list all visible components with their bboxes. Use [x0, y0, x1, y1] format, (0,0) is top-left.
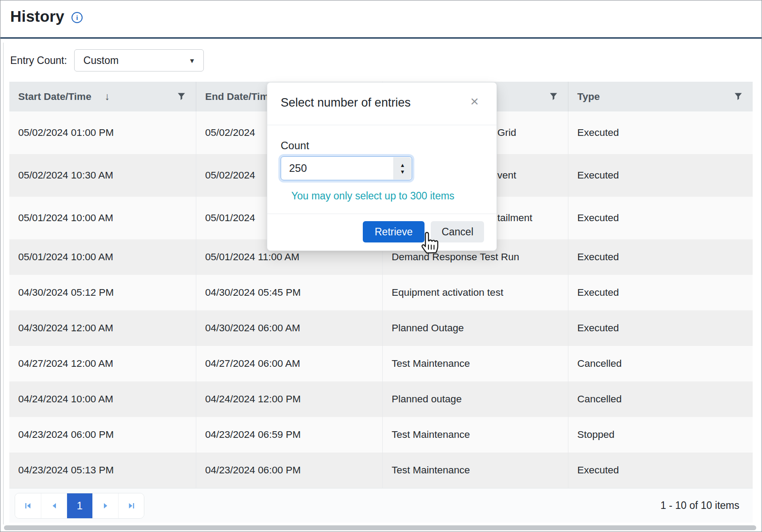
column-header-type[interactable]: Type — [568, 82, 753, 111]
table-footer: 1 1 - 10 of 10 items — [9, 488, 753, 523]
prev-page-button[interactable] — [41, 493, 67, 518]
title-divider — [0, 37, 762, 39]
cell-type: Stopped — [568, 417, 753, 453]
info-icon[interactable]: i — [71, 12, 83, 23]
cell-start-date: 05/01/2024 10:00 AM — [9, 239, 196, 275]
column-label: End Date/Time — [205, 91, 274, 103]
retrieve-button[interactable]: Retrieve — [363, 221, 425, 242]
filter-icon[interactable] — [550, 93, 557, 100]
cell-type: Executed — [568, 453, 753, 488]
cell-start-date: 05/02/2024 01:00 PM — [9, 111, 196, 154]
last-page-button[interactable] — [118, 493, 144, 518]
cell-name: Test Maintenance — [382, 453, 568, 488]
entry-count-dropdown[interactable]: Custom ▼ — [74, 49, 204, 71]
stepper-up-icon[interactable]: ▲ — [400, 163, 405, 168]
cell-name: Test Maintenance — [382, 417, 568, 453]
cell-type: Executed — [568, 111, 753, 154]
number-stepper[interactable]: ▲ ▼ — [393, 157, 411, 179]
select-entries-modal: Select number of entries × Count 250 ▲ ▼… — [267, 82, 497, 251]
table-row: 04/23/2024 06:00 PM 04/23/2024 06:59 PM … — [9, 417, 753, 453]
max-items-helper-text: You may only select up to 300 items — [291, 190, 483, 202]
close-icon[interactable]: × — [470, 94, 479, 108]
table-row: 04/30/2024 05:12 PM 04/30/2024 05:45 PM … — [9, 275, 753, 310]
cell-type: Executed — [568, 154, 753, 197]
entry-count-label: Entry Count: — [10, 55, 67, 67]
cell-type: Cancelled — [568, 381, 753, 417]
dropdown-caret-icon: ▼ — [189, 57, 195, 64]
table-row: 04/30/2024 12:00 AM 04/30/2024 06:00 AM … — [9, 310, 753, 346]
cell-type: Cancelled — [568, 346, 753, 381]
pagination: 1 — [15, 493, 144, 519]
cancel-button[interactable]: Cancel — [431, 221, 484, 242]
column-header-start-date[interactable]: Start Date/Time ↓ — [9, 82, 196, 111]
cell-type: Executed — [568, 197, 753, 239]
stepper-down-icon[interactable]: ▼ — [400, 169, 405, 175]
first-page-button[interactable] — [15, 493, 41, 518]
modal-title: Select number of entries — [281, 96, 483, 110]
cell-end-date: 04/23/2024 06:59 PM — [196, 417, 382, 453]
cell-end-date: 04/30/2024 06:00 AM — [196, 310, 382, 346]
cell-end-date: 04/30/2024 05:45 PM — [196, 275, 382, 310]
cell-start-date: 04/27/2024 12:00 AM — [9, 346, 196, 381]
entry-count-row: Entry Count: Custom ▼ — [10, 49, 762, 71]
title-row: History i — [10, 8, 762, 25]
page-title: History — [10, 8, 64, 25]
cell-start-date: 04/23/2024 05:13 PM — [9, 453, 196, 488]
filter-icon[interactable] — [178, 93, 185, 100]
cell-type: Executed — [568, 275, 753, 310]
page-1-button[interactable]: 1 — [67, 493, 92, 518]
left-edge-line — [3, 43, 4, 524]
items-count-summary: 1 - 10 of 10 items — [660, 500, 739, 512]
modal-body: Count 250 ▲ ▼ You may only select up to … — [267, 125, 496, 214]
modal-footer: Retrieve Cancel — [267, 214, 496, 250]
cell-name: Planned outage — [382, 381, 568, 417]
cell-type: Executed — [568, 239, 753, 275]
table-row: 04/27/2024 12:00 AM 04/27/2024 06:00 AM … — [9, 346, 753, 381]
history-page: History i Entry Count: Custom ▼ Start Da… — [0, 0, 762, 532]
modal-header: Select number of entries × — [267, 83, 496, 125]
next-page-button[interactable] — [92, 493, 118, 518]
cell-end-date: 04/27/2024 06:00 AM — [196, 346, 382, 381]
sort-desc-icon: ↓ — [105, 91, 110, 103]
cell-start-date: 04/30/2024 05:12 PM — [9, 275, 196, 310]
cell-start-date: 04/30/2024 12:00 AM — [9, 310, 196, 346]
cell-start-date: 05/01/2024 10:00 AM — [9, 197, 196, 239]
filter-icon[interactable] — [734, 93, 742, 100]
table-row: 04/23/2024 05:13 PM 04/23/2024 06:00 PM … — [9, 453, 753, 488]
count-label: Count — [281, 139, 483, 152]
table-row: 04/24/2024 10:00 AM 04/24/2024 12:00 PM … — [9, 381, 753, 417]
entry-count-selected-value: Custom — [83, 55, 119, 67]
count-value: 250 — [281, 162, 307, 175]
cell-start-date: 04/24/2024 10:00 AM — [9, 381, 196, 417]
column-label: Type — [577, 91, 600, 103]
column-label: Start Date/Time — [18, 91, 91, 103]
cell-end-date: 04/23/2024 06:00 PM — [196, 453, 382, 488]
cell-type: Executed — [568, 310, 753, 346]
cell-start-date: 05/02/2024 10:30 AM — [9, 154, 196, 197]
cell-name: Equipment activation test — [382, 275, 568, 310]
cell-name: Test Maintenance — [382, 346, 568, 381]
cell-end-date: 04/24/2024 12:00 PM — [196, 381, 382, 417]
horizontal-scrollbar-thumb[interactable] — [4, 525, 756, 530]
count-input[interactable]: 250 ▲ ▼ — [281, 156, 412, 180]
cell-start-date: 04/23/2024 06:00 PM — [9, 417, 196, 453]
cell-name: Planned Outage — [382, 310, 568, 346]
